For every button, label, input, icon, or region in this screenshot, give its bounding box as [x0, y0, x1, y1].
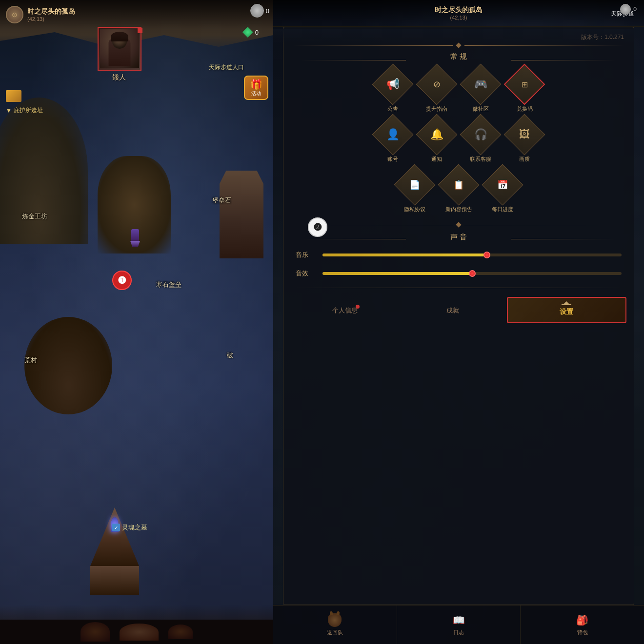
- daily-icon: 📅: [497, 179, 508, 190]
- gem-icon: [242, 27, 253, 38]
- icon-row-2: 👤 账号 🔔 通知 🎧 联系客服: [283, 117, 634, 165]
- decorative-divider-top: [283, 43, 634, 49]
- mail-icon: [6, 90, 21, 102]
- redeem-icon: ⊞: [522, 80, 528, 89]
- notification-icon: 🔔: [430, 128, 443, 141]
- gem-value: 0: [255, 29, 259, 36]
- preview-icon: 📋: [453, 179, 464, 190]
- community-label: 微社区: [473, 105, 489, 113]
- left-panel: ⊙ 时之尽头的孤岛 (42,13) 0 矮人: [0, 0, 273, 644]
- icon-privacy[interactable]: 📄 隐私协议: [398, 168, 432, 213]
- tab-journal-label: 日志: [453, 629, 464, 636]
- bottom-dark: [0, 620, 273, 644]
- character-portrait[interactable]: [98, 27, 141, 71]
- icon-preview[interactable]: 📋 新内容预告: [442, 168, 476, 213]
- icon-account[interactable]: 👤 账号: [376, 117, 410, 163]
- right-top-currency: 0: [620, 4, 637, 15]
- icon-support[interactable]: 🎧 联系客服: [463, 117, 498, 163]
- backpack-icon: 🎒: [576, 613, 589, 627]
- graphics-diamond: 🖼: [507, 117, 542, 152]
- icon-row-3: 📄 隐私协议 📋 新内容预告 📅 每日进度: [283, 168, 634, 215]
- support-label: 联系客服: [470, 156, 491, 163]
- account-label: 账号: [387, 156, 398, 163]
- right-coin-value: 0: [633, 6, 637, 13]
- icon-notification[interactable]: 🔔 通知: [420, 117, 454, 163]
- settings-btn[interactable]: 设置: [507, 297, 626, 323]
- icon-announcement[interactable]: 📢 公告: [376, 67, 410, 113]
- icon-row-1: 📢 公告 ⊘ 提升指南 🎮 微社区: [283, 67, 634, 115]
- soul-tomb-label: ✓ 灵魂之墓: [112, 523, 147, 532]
- icon-community[interactable]: 🎮 微社区: [463, 67, 498, 113]
- tab-return[interactable]: 返回队: [273, 605, 397, 644]
- location-coords: (42,13): [27, 16, 75, 22]
- location-badge[interactable]: ▼ 庇护所遗址: [6, 106, 43, 115]
- version-label: 版本号：1.0.271: [283, 27, 634, 43]
- account-icon: 👤: [386, 128, 400, 141]
- guide-label: 提升指南: [426, 105, 447, 113]
- right-panel: 时之尽头的孤岛 (42,13) 天际步道 0 版本号：1.0.271 常 规: [273, 0, 644, 644]
- redeem-label: 兑换码: [517, 105, 533, 113]
- music-slider-row: 音乐: [283, 246, 634, 264]
- footer-actions: 个人信息 成就 设置: [283, 293, 634, 327]
- tab-backpack[interactable]: 🎒 背包: [521, 605, 644, 644]
- support-icon: 🎧: [474, 128, 487, 141]
- personal-info-dot: [356, 305, 360, 309]
- sfx-slider-row: 音效: [283, 264, 634, 283]
- icon-redeem[interactable]: ⊞ 兑换码: [507, 67, 542, 113]
- sfx-label: 音效: [296, 269, 315, 278]
- journal-icon: 📖: [452, 613, 465, 627]
- activity-icon: 🎁: [250, 78, 262, 90]
- personal-info-btn[interactable]: 个人信息: [291, 306, 399, 315]
- tab-return-label: 返回队: [327, 629, 343, 636]
- music-label: 音乐: [296, 251, 315, 259]
- achievement-btn[interactable]: 成就: [399, 306, 506, 315]
- graphics-icon: 🖼: [519, 128, 530, 141]
- privacy-label: 隐私协议: [404, 206, 425, 213]
- character-body: [131, 229, 139, 241]
- arrow-icon: ▼: [6, 107, 12, 114]
- gem-currency: 0: [242, 27, 259, 38]
- player-character: [129, 229, 141, 247]
- community-diamond: 🎮: [463, 67, 498, 101]
- icon-graphics[interactable]: 🖼 画质: [507, 117, 542, 163]
- tab-journal[interactable]: 📖 日志: [397, 605, 521, 644]
- guide-icon: ⊘: [433, 79, 441, 90]
- terrain-village: [24, 317, 112, 414]
- sound-divider: [283, 215, 634, 229]
- music-slider-thumb[interactable]: [483, 252, 490, 258]
- right-location-coords: (42,13): [450, 15, 467, 20]
- steps-nav-label: 天际步道人口: [209, 63, 244, 72]
- annotation-1: ❶: [112, 271, 132, 290]
- mail-button[interactable]: [6, 90, 21, 102]
- graphics-label: 画质: [519, 156, 530, 163]
- preview-label: 新内容预告: [445, 206, 472, 213]
- character-cape: [130, 241, 140, 247]
- privacy-diamond: 📄: [398, 168, 432, 202]
- settings-label: 设置: [560, 308, 573, 315]
- announcement-icon: 📢: [386, 78, 400, 91]
- achievement-label: 成就: [446, 307, 459, 314]
- notification-label: 通知: [431, 156, 442, 163]
- daily-diamond: 📅: [485, 168, 520, 202]
- right-topbar: 时之尽头的孤岛 (42,13): [273, 0, 644, 27]
- right-location-name: 时之尽头的孤岛: [435, 6, 483, 15]
- activity-label: 活动: [251, 90, 261, 97]
- sfx-slider-track[interactable]: [322, 272, 622, 275]
- left-header: ⊙ 时之尽头的孤岛 (42,13): [0, 0, 273, 29]
- sfx-slider-thumb[interactable]: [469, 270, 476, 277]
- announcement-diamond: 📢: [376, 67, 410, 101]
- icon-daily[interactable]: 📅 每日进度: [485, 168, 520, 213]
- privacy-icon: 📄: [409, 179, 420, 190]
- tab-backpack-label: 背包: [577, 629, 588, 636]
- coin-currency: 0: [250, 4, 269, 18]
- support-diamond: 🎧: [463, 117, 498, 152]
- checkmark-icon: ✓: [112, 524, 120, 531]
- music-slider-track[interactable]: [322, 254, 622, 256]
- portrait-image: [100, 29, 139, 68]
- shelter-label: 庇护所遗址: [14, 106, 43, 115]
- portrait-notification-dot: [138, 28, 142, 33]
- icon-guide[interactable]: ⊘ 提升指南: [420, 67, 454, 113]
- guide-diamond: ⊘: [420, 67, 454, 101]
- return-icon: [328, 613, 342, 627]
- activity-button[interactable]: 🎁 活动: [244, 76, 268, 100]
